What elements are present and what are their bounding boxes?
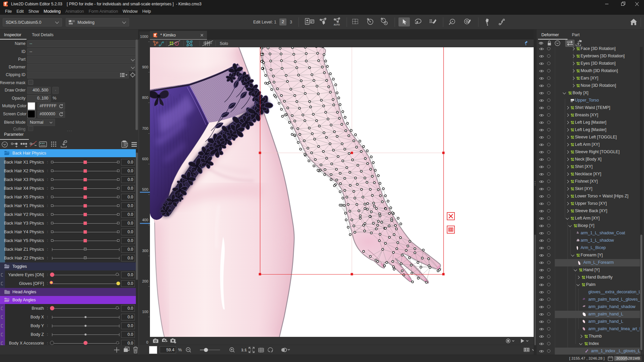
svg-text:1:1: 1:1	[241, 348, 247, 352]
svg-text:AUTO: AUTO	[334, 23, 340, 26]
svg-text:Solo: Solo	[220, 41, 228, 46]
